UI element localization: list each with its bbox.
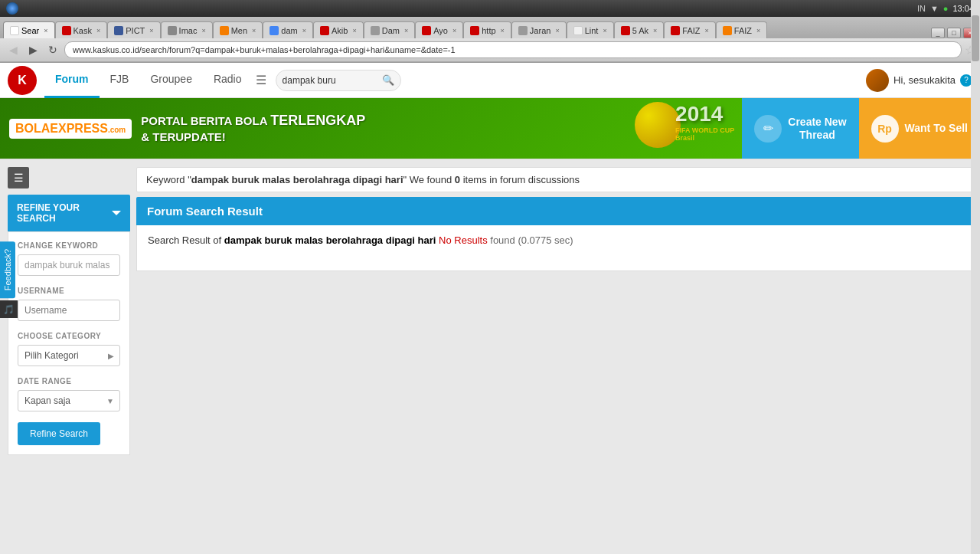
rp-icon: Rp: [871, 115, 899, 143]
window-controls: _ □ ×: [931, 28, 977, 38]
tab-close-5ak[interactable]: ×: [653, 27, 657, 34]
tab-close-search[interactable]: ×: [44, 27, 47, 34]
tab-faiz2[interactable]: FAIZ ×: [716, 21, 768, 38]
address-bar[interactable]: [64, 41, 962, 58]
refresh-button[interactable]: ↻: [44, 41, 61, 58]
hamburger-icon[interactable]: ☰: [256, 73, 266, 87]
tab-ayo[interactable]: Ayo ×: [415, 21, 463, 38]
banner-worldcup-logo: 2014 FIFA WORLD CUPBrasil: [675, 102, 734, 142]
tab-http[interactable]: http ×: [463, 21, 511, 38]
category-label: CHOOSE CATEGORY: [18, 332, 120, 340]
tab-close-akib[interactable]: ×: [352, 27, 356, 34]
tab-dam2[interactable]: Dam ×: [364, 21, 416, 38]
category-select-wrapper: Pilih Kategori ▶: [18, 345, 120, 366]
tab-dam[interactable]: dam ×: [263, 21, 313, 38]
info-bar-prefix: Keyword ": [146, 174, 191, 185]
tab-favicon-jaran: [518, 26, 528, 35]
kaskus-logo[interactable]: K: [8, 66, 37, 95]
tab-close-jaran[interactable]: ×: [555, 27, 559, 34]
os-lang: IN: [917, 4, 926, 13]
banner-tagline: PORTAL BERITA BOLA TERLENGKAP & TERUPDAT…: [141, 112, 365, 145]
tab-close-faiz1[interactable]: ×: [705, 27, 709, 34]
tab-search[interactable]: Sear ×: [3, 21, 55, 38]
tab-5ak[interactable]: 5 Ak ×: [614, 21, 665, 38]
tab-kaskus[interactable]: Kask ×: [55, 21, 108, 38]
category-select[interactable]: Pilih Kategori: [18, 345, 120, 366]
feedback-button[interactable]: Feedback?: [0, 241, 15, 297]
want-to-sell-button[interactable]: Rp Want To Sell: [859, 98, 980, 159]
tab-favicon-dam2: [371, 26, 380, 35]
browser-toolbar: ◀ ▶ ↻ ☆: [0, 38, 980, 62]
tab-close-men[interactable]: ×: [252, 27, 256, 34]
tab-favicon-faiz2: [723, 26, 732, 35]
tab-close-ayo[interactable]: ×: [452, 27, 456, 34]
date-select[interactable]: Kapan saja Hari ini Minggu ini Bulan ini: [18, 390, 120, 411]
tab-close-imac[interactable]: ×: [201, 27, 205, 34]
banner-logo: BOLAEXPRESS.com: [9, 119, 132, 139]
nav-fjb-label: FJB: [110, 73, 129, 85]
info-bar-count: 0: [455, 174, 460, 185]
create-thread-button[interactable]: ✏ Create NewThread: [742, 98, 858, 159]
tab-label-pict: PICT: [126, 26, 145, 35]
tab-jaran[interactable]: Jaran ×: [511, 21, 567, 38]
tab-label-faiz2: FAIZ: [734, 26, 752, 35]
tab-label-5ak: 5 Ak: [632, 26, 648, 35]
refine-tab-label: REFINE YOUR SEARCH: [17, 202, 107, 224]
username-label: USERNAME: [18, 287, 120, 295]
tab-favicon-lint: [573, 26, 583, 35]
refine-search-button[interactable]: Refine Search: [18, 422, 100, 445]
os-status-icon: ●: [943, 4, 949, 13]
nav-groupee[interactable]: Groupee: [139, 63, 202, 98]
no-results-text: No Results: [439, 234, 488, 246]
tab-men[interactable]: Men ×: [213, 21, 263, 38]
maximize-button[interactable]: □: [947, 28, 961, 38]
tab-close-http[interactable]: ×: [501, 27, 505, 34]
forum-result-container: Forum Search Result Search Result of dam…: [136, 197, 972, 271]
scrollbar[interactable]: [971, 0, 980, 463]
tab-label-lint: Lint: [585, 26, 599, 35]
back-button[interactable]: ◀: [5, 41, 21, 58]
tab-favicon-dam: [270, 26, 279, 35]
tab-pict[interactable]: PICT ×: [107, 21, 160, 38]
user-greeting: Hi, sesukakita: [893, 74, 956, 86]
refine-tab[interactable]: REFINE YOUR SEARCH: [8, 195, 130, 231]
tab-bar: Sear × Kask × PICT × Imac × Men × dam ×: [0, 17, 980, 38]
tab-close-dam[interactable]: ×: [302, 27, 306, 34]
feedback-icon[interactable]: 🎵: [0, 300, 18, 318]
sidebar-hamburger-icon[interactable]: ☰: [8, 167, 29, 188]
tab-faiz1[interactable]: FAIZ ×: [664, 21, 716, 38]
tab-close-dam2[interactable]: ×: [404, 27, 408, 34]
tab-label-dam: dam: [281, 26, 297, 35]
want-to-sell-label: Want To Sell: [905, 122, 968, 135]
tab-label-jaran: Jaran: [530, 26, 551, 35]
result-keyword: dampak buruk malas berolahraga dipagi ha…: [224, 234, 436, 246]
tab-close-lint[interactable]: ×: [603, 27, 606, 34]
tab-label-dam2: Dam: [382, 26, 400, 35]
nav-forum[interactable]: Forum: [44, 63, 100, 98]
username-input[interactable]: [18, 300, 120, 321]
forward-button[interactable]: ▶: [24, 41, 41, 58]
forum-result-header: Forum Search Result: [136, 197, 972, 225]
keyword-input[interactable]: [18, 254, 120, 276]
tab-close-faiz2[interactable]: ×: [756, 27, 760, 34]
nav-radio[interactable]: Radio: [203, 63, 253, 98]
tab-close-pict[interactable]: ×: [149, 27, 153, 34]
tab-label-faiz1: FAIZ: [682, 26, 700, 35]
tab-imac[interactable]: Imac ×: [161, 21, 213, 38]
search-input[interactable]: [283, 75, 382, 86]
tab-favicon-men: [220, 26, 229, 35]
minimize-button[interactable]: _: [931, 28, 945, 38]
nav-groupee-label: Groupee: [150, 73, 191, 85]
main-content: ☰ REFINE YOUR SEARCH CHANGE KEYWORD USER…: [0, 159, 980, 463]
nav-fjb[interactable]: FJB: [100, 63, 140, 98]
os-dropdown[interactable]: ▼: [930, 4, 939, 13]
tab-label-imac: Imac: [179, 26, 198, 35]
filter-panel: CHANGE KEYWORD USERNAME CHOOSE CATEGORY …: [8, 231, 130, 455]
tab-lint[interactable]: Lint ×: [567, 21, 614, 38]
forum-result-body: Search Result of dampak buruk malas bero…: [136, 225, 972, 271]
search-button[interactable]: 🔍: [382, 74, 394, 86]
info-bar-quote: " We found: [403, 174, 455, 185]
tab-akib[interactable]: Akib ×: [313, 21, 364, 38]
scrollbar-thumb[interactable]: [972, 15, 979, 61]
tab-close-kaskus[interactable]: ×: [96, 27, 100, 34]
